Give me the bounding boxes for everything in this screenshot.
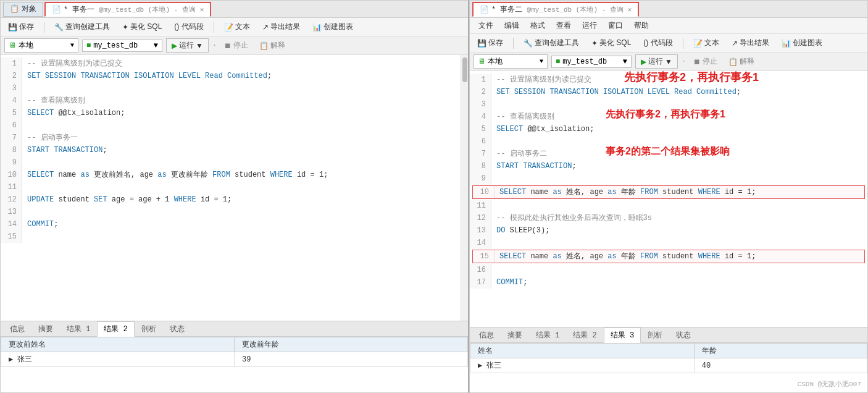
- right-bottom-tab-result3[interactable]: 结果 3: [604, 328, 641, 343]
- code-line-13: 13: [1, 206, 461, 218]
- transaction1-tab-close[interactable]: ✕: [200, 6, 204, 14]
- right-query-tool-button[interactable]: 🔧 查询创建工具: [520, 36, 583, 49]
- right-beautify-button[interactable]: ✦ 美化 SQL: [588, 36, 635, 49]
- database-select[interactable]: ■ my_test_db ▼: [82, 40, 162, 52]
- chart-icon: 📊: [312, 23, 322, 32]
- right-db-icon: ■: [556, 57, 560, 66]
- left-scrollbar[interactable]: [461, 55, 468, 321]
- code-line-7: 7 -- 启动事务一: [1, 132, 461, 144]
- right-explain-icon: 📋: [728, 57, 738, 66]
- right-code-line-3: 3: [470, 98, 867, 111]
- local-connection-select[interactable]: 🖥 本地 ▼: [4, 38, 78, 53]
- code-line-11: 11: [1, 181, 461, 193]
- right-code-line-8: 8 START TRANSACTION;: [470, 160, 867, 172]
- right-code-line-13: 13 DO SLEEP(3);: [470, 224, 867, 237]
- left-code-editor[interactable]: 1 -- 设置隔离级别为读已提交 2 SET SESSION TRANSACTI…: [1, 55, 461, 321]
- right-run-icon: ▶: [641, 57, 646, 66]
- explain-button[interactable]: 📋 解释: [256, 39, 289, 52]
- left-scroll-thumb[interactable]: [462, 57, 467, 82]
- create-chart-button[interactable]: 📊 创建图表: [309, 20, 357, 33]
- code-line-15: 15: [1, 230, 461, 243]
- right-stop-button[interactable]: ⏹ 停止: [690, 55, 721, 68]
- transaction2-tab-close[interactable]: ✕: [628, 6, 632, 14]
- right-code-line-4: 4 -- 查看隔离级别 先执行事务2，再执行事务1: [470, 111, 867, 123]
- right-query-tool-icon: 🔧: [524, 39, 533, 48]
- db-icon: ■: [86, 41, 91, 50]
- code-line-12: 12 UPDATE student SET age = age + 1 WHER…: [1, 193, 461, 206]
- right-text-button[interactable]: 📝 文本: [690, 36, 723, 49]
- right-database-select[interactable]: ■ my_test_db ▼: [551, 56, 632, 68]
- right-tab-bar: 📄 * 事务二 @my_test_db (本地) - 查询 ✕: [470, 1, 867, 18]
- query-tool-icon: 🔧: [54, 23, 64, 32]
- export-button[interactable]: ↗ 导出结果: [259, 20, 304, 33]
- run-button[interactable]: ▶ 运行 ▼: [166, 38, 209, 53]
- menu-edit[interactable]: 编辑: [499, 19, 524, 32]
- bottom-tab-status[interactable]: 状态: [163, 321, 191, 337]
- right-conn-bar: 🖥 本地 ▼ ■ my_test_db ▼ ▶ 运行 ▼ · ⏹ 停止 📋 解释: [470, 53, 867, 71]
- watermark: CSDN @无敌小肥007: [798, 379, 861, 389]
- right-create-chart-button[interactable]: 📊 创建图表: [778, 36, 826, 49]
- left-result-table: 更改前姓名 更改前年龄 ▶ 张三 39: [1, 337, 468, 367]
- query-tool-button[interactable]: 🔧 查询创建工具: [51, 20, 114, 33]
- code-segment-button[interactable]: () 代码段: [170, 20, 207, 33]
- right-run-button[interactable]: ▶ 运行 ▼: [635, 54, 678, 69]
- right-db-dropdown-arrow: ▼: [623, 57, 627, 66]
- stop-button[interactable]: ⏹ 停止: [220, 39, 252, 52]
- annotation1: 先执行事务2，再执行事务1: [624, 71, 759, 83]
- right-bottom-tab-result2[interactable]: 结果 2: [566, 328, 603, 343]
- text-icon: 📝: [224, 23, 233, 32]
- db-dropdown-arrow: ▼: [154, 41, 158, 50]
- right-code-line-17: 17 COMMIT;: [470, 276, 867, 289]
- right-panel: 📄 * 事务二 @my_test_db (本地) - 查询 ✕ 文件 编辑 格式…: [469, 0, 868, 393]
- tab-object[interactable]: 📋 对象: [3, 2, 43, 17]
- result-header-age: 更改前年龄: [235, 337, 468, 352]
- save-button[interactable]: 💾 保存: [4, 20, 38, 33]
- right-code-line-12: 12 -- 模拟此处执行其他业务后再次查询，睡眠3s: [470, 212, 867, 224]
- right-bottom-tab-result1[interactable]: 结果 1: [529, 328, 566, 343]
- right-code-line-9: 9: [470, 172, 867, 185]
- right-bottom-tab-summary[interactable]: 摘要: [501, 328, 529, 343]
- separator2: [214, 22, 214, 33]
- right-bottom-tab-status[interactable]: 状态: [669, 328, 698, 343]
- right-code-line-16: 16: [470, 264, 867, 276]
- right-result-header-name: 姓名: [470, 344, 695, 358]
- left-code-container: 1 -- 设置隔离级别为读已提交 2 SET SESSION TRANSACTI…: [1, 55, 468, 321]
- bottom-tab-summary[interactable]: 摘要: [31, 321, 60, 337]
- tab-transaction1[interactable]: 📄 * 事务一 @my_test_db (本地) - 查询 ✕: [44, 2, 211, 17]
- left-bottom-tabs: 信息 摘要 结果 1 结果 2 剖析 状态: [1, 321, 468, 337]
- right-bottom-tab-profiling[interactable]: 剖析: [641, 328, 669, 343]
- result-header-name: 更改前姓名: [1, 337, 235, 352]
- menu-window[interactable]: 窗口: [603, 19, 628, 32]
- right-code-editor[interactable]: 1 -- 设置隔离级别为读已提交 2 SET SESSION TRANSACTI…: [470, 71, 867, 327]
- menu-run[interactable]: 运行: [577, 19, 602, 32]
- run-dropdown-icon: ▼: [196, 41, 203, 50]
- right-bottom-tab-info[interactable]: 信息: [472, 328, 501, 343]
- beautify-button[interactable]: ✦ 美化 SQL: [119, 20, 165, 33]
- right-result-area: 姓名 年龄 ▶ 张三 40 CSDN @无敌小肥007: [470, 343, 867, 392]
- code-line-8: 8 START TRANSACTION;: [1, 144, 461, 156]
- right-save-button[interactable]: 💾 保存: [474, 36, 507, 49]
- menu-help[interactable]: 帮助: [629, 19, 654, 32]
- menu-view[interactable]: 查看: [551, 19, 576, 32]
- explain-icon: 📋: [259, 41, 269, 50]
- tab-transaction2[interactable]: 📄 * 事务二 @my_test_db (本地) - 查询 ✕: [472, 2, 639, 17]
- text-button[interactable]: 📝 文本: [220, 20, 254, 33]
- code-line-10: 10 SELECT name as 更改前姓名, age as 更改前年龄 FR…: [1, 169, 461, 181]
- bottom-tab-result1[interactable]: 结果 1: [60, 321, 97, 337]
- menu-format[interactable]: 格式: [525, 19, 550, 32]
- result-row-1: ▶ 张三 39: [1, 352, 468, 367]
- right-local-icon: 🖥: [478, 57, 485, 66]
- left-result-area: 更改前姓名 更改前年龄 ▶ 张三 39: [1, 337, 468, 392]
- right-result-table: 姓名 年龄 ▶ 张三 40: [470, 343, 867, 373]
- left-panel: 📋 对象 📄 * 事务一 @my_test_db (本地) - 查询 ✕ 💾 保…: [0, 0, 469, 393]
- right-local-connection-select[interactable]: 🖥 本地 ▼: [474, 54, 548, 69]
- bottom-tab-result2[interactable]: 结果 2: [97, 321, 134, 337]
- right-explain-button[interactable]: 📋 解释: [725, 55, 758, 68]
- bottom-tab-profiling[interactable]: 剖析: [135, 321, 163, 337]
- right-export-button[interactable]: ↗ 导出结果: [728, 36, 773, 49]
- right-code-segment-button[interactable]: () 代码段: [640, 36, 676, 49]
- bottom-tab-info[interactable]: 信息: [3, 321, 31, 337]
- menu-file[interactable]: 文件: [474, 19, 498, 32]
- result-cell-age: 39: [235, 352, 468, 367]
- code-line-4: 4 -- 查看隔离级别: [1, 95, 461, 107]
